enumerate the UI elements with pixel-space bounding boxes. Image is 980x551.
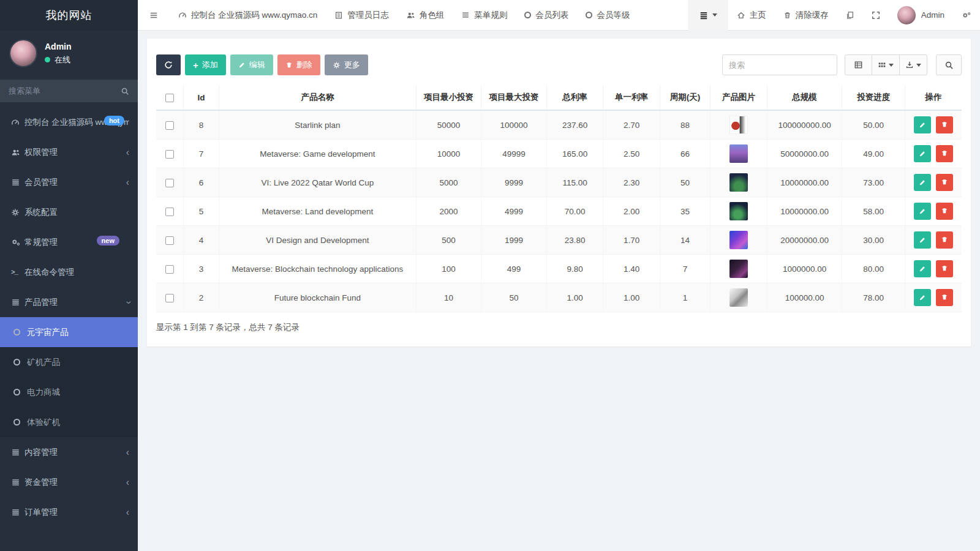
admin-menu[interactable]: Admin	[889, 0, 953, 31]
product-image[interactable]	[729, 202, 748, 220]
export-button[interactable]	[900, 54, 927, 75]
tab-role-group[interactable]: 角色组	[398, 0, 453, 31]
hot-badge: hot	[104, 116, 124, 126]
user-panel: Admin 在线	[0, 31, 138, 73]
list-icon	[11, 508, 24, 517]
user-status: 在线	[55, 54, 70, 66]
copy-tabs-button[interactable]	[837, 0, 863, 31]
sidebar-item-metaverse-products[interactable]: 元宇宙产品	[0, 317, 138, 347]
hamburger-icon	[149, 11, 159, 20]
avatar	[897, 6, 916, 24]
col-id[interactable]: Id	[183, 85, 219, 110]
avatar[interactable]	[9, 39, 37, 67]
row-checkbox[interactable]	[165, 208, 174, 216]
list-icon	[11, 178, 24, 187]
dashboard-icon	[11, 118, 24, 127]
row-delete-button[interactable]	[936, 231, 953, 249]
sidebar-item-funds[interactable]: 资金管理 ‹	[0, 467, 138, 497]
row-delete-button[interactable]	[936, 203, 953, 220]
admin-username: Admin	[921, 10, 944, 20]
col-min-invest[interactable]: 项目最小投资	[416, 85, 481, 110]
tab-admin-log[interactable]: 管理员日志	[326, 0, 398, 31]
sidebar-item-online-command[interactable]: >_ 在线命令管理	[0, 257, 138, 287]
select-all-checkbox[interactable]	[165, 94, 174, 102]
sidebar-item-dashboard[interactable]: 控制台 企业猫源码 www.qymao.cn hot	[0, 107, 138, 137]
table-row[interactable]: 4 VI Design and Development 500 1999 23.…	[156, 226, 962, 255]
sidebar-item-system-config[interactable]: 系统配置	[0, 197, 138, 227]
row-checkbox[interactable]	[165, 294, 174, 302]
sidebar-item-products[interactable]: 产品管理 ‹	[0, 287, 138, 317]
sidebar-item-permissions[interactable]: 权限管理 ‹	[0, 137, 138, 167]
trash-icon	[285, 61, 293, 69]
copy-icon	[846, 11, 854, 20]
tabs-dropdown-button[interactable]	[688, 0, 728, 31]
tab-member-level[interactable]: 会员等级	[577, 0, 638, 31]
col-scale[interactable]: 总规模	[767, 85, 842, 110]
clear-cache-button[interactable]: 清除缓存	[775, 0, 837, 31]
row-delete-button[interactable]	[936, 116, 953, 133]
menu-search-input[interactable]	[9, 86, 121, 96]
row-edit-button[interactable]	[914, 145, 931, 162]
plus-icon: +	[193, 60, 198, 70]
row-checkbox[interactable]	[165, 265, 174, 274]
refresh-button[interactable]	[156, 54, 181, 75]
sidebar-item-power-mall[interactable]: 电力商城	[0, 377, 138, 407]
sidebar-item-miner-products[interactable]: 矿机产品	[0, 347, 138, 377]
table-row[interactable]: 8 Starlink plan 50000 100000 237.60 2.70…	[156, 110, 962, 140]
col-cycle[interactable]: 周期(天)	[660, 85, 710, 110]
tab-dashboard[interactable]: 控制台 企业猫源码 www.qymao.cn	[170, 0, 326, 31]
advanced-search-button[interactable]	[936, 54, 962, 75]
col-name[interactable]: 产品名称	[219, 85, 417, 110]
toggle-view-button[interactable]	[845, 54, 872, 75]
sidebar-item-trial-miner[interactable]: 体验矿机	[0, 407, 138, 437]
table-row[interactable]: 6 VI: Live 2022 Qatar World Cup 5000 999…	[156, 168, 962, 197]
tab-member-list[interactable]: 会员列表	[516, 0, 577, 31]
product-image[interactable]	[729, 144, 748, 163]
table-row[interactable]: 7 Metaverse: Game development 10000 4999…	[156, 140, 962, 168]
tab-menu-rules[interactable]: 菜单规则	[453, 0, 516, 31]
list-icon	[11, 298, 24, 307]
sidebar-item-general[interactable]: 常规管理 new	[0, 227, 138, 257]
row-delete-button[interactable]	[936, 289, 953, 306]
col-total-rate[interactable]: 总利率	[546, 85, 603, 110]
row-edit-button[interactable]	[914, 203, 931, 220]
row-checkbox[interactable]	[165, 236, 174, 245]
table-search-input[interactable]	[722, 54, 837, 75]
col-progress[interactable]: 投资进度	[842, 85, 905, 110]
edit-button[interactable]: 编辑	[230, 54, 273, 75]
more-button[interactable]: 更多	[325, 54, 368, 75]
row-edit-button[interactable]	[914, 289, 931, 306]
row-edit-button[interactable]	[914, 116, 931, 133]
row-delete-button[interactable]	[936, 260, 953, 277]
row-edit-button[interactable]	[914, 260, 931, 277]
list-icon	[11, 478, 24, 487]
product-image[interactable]	[729, 288, 748, 307]
columns-icon	[878, 61, 886, 69]
col-max-invest[interactable]: 项目最大投资	[481, 85, 547, 110]
add-button[interactable]: + 添加	[185, 54, 226, 75]
row-delete-button[interactable]	[936, 145, 953, 162]
col-single-rate[interactable]: 单一利率	[603, 85, 660, 110]
settings-button[interactable]	[953, 0, 980, 31]
product-image[interactable]	[729, 116, 748, 134]
columns-button[interactable]	[872, 54, 900, 75]
home-button[interactable]: 主页	[728, 0, 775, 31]
row-checkbox[interactable]	[165, 121, 174, 130]
sidebar-item-orders[interactable]: 订单管理 ‹	[0, 497, 138, 527]
fullscreen-button[interactable]	[863, 0, 889, 31]
sidebar-item-members[interactable]: 会员管理 ‹	[0, 167, 138, 197]
row-edit-button[interactable]	[914, 231, 931, 249]
table-row[interactable]: 5 Metaverse: Land development 2000 4999 …	[156, 197, 962, 226]
table-row[interactable]: 2 Future blockchain Fund 10 50 1.00 1.00…	[156, 283, 962, 312]
row-checkbox[interactable]	[165, 150, 174, 159]
row-edit-button[interactable]	[914, 174, 931, 191]
row-delete-button[interactable]	[936, 174, 953, 191]
delete-button[interactable]: 删除	[277, 54, 320, 75]
row-checkbox[interactable]	[165, 179, 174, 187]
table-row[interactable]: 3 Metaverse: Blockchain technology appli…	[156, 255, 962, 283]
sidebar-item-content[interactable]: 内容管理 ‹	[0, 437, 138, 467]
sidebar-toggle-button[interactable]	[138, 0, 170, 31]
product-image[interactable]	[729, 231, 748, 249]
product-image[interactable]	[729, 260, 748, 278]
product-image[interactable]	[729, 173, 748, 192]
